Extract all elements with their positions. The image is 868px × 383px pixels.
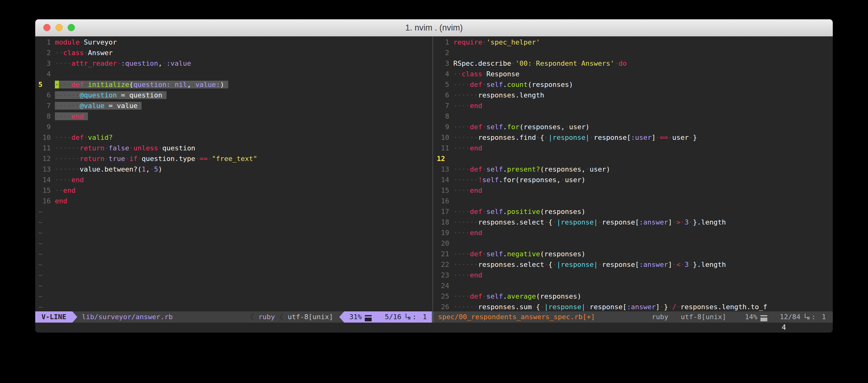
code-line: 12 xyxy=(434,153,833,164)
cursor-column-left: 1 xyxy=(423,311,427,323)
cursor-column-right: 1 xyxy=(822,311,826,323)
scroll-percent-left: 31% xyxy=(349,311,362,323)
title-bar[interactable]: 1. nvim . (nvim) xyxy=(35,19,833,36)
line-number: 13 xyxy=(437,164,449,175)
empty-buffer-line: ~ xyxy=(35,270,432,281)
command-line[interactable]: 4 xyxy=(35,323,833,333)
terminal-window: 1. nvim . (nvim) 1module·Surveyor2··clas… xyxy=(35,19,833,333)
code-line: 3RSpec.describe·'00:·Respondent·Answers'… xyxy=(434,58,833,69)
scroll-percent-right: 14% xyxy=(745,311,757,323)
line-number: 6 xyxy=(437,90,449,101)
code-line: 13······value.between?(1,·5) xyxy=(35,164,432,175)
code-line: 7····end xyxy=(434,101,833,111)
current-line-number: 5 xyxy=(38,79,51,90)
line-number: 26 xyxy=(437,302,449,311)
pending-command-count: 4 xyxy=(782,323,786,332)
current-line-number: 12 xyxy=(437,153,449,164)
line-number-icon: LN xyxy=(804,311,809,323)
code-line: 1module·Surveyor xyxy=(35,37,432,48)
separator-line xyxy=(432,36,433,311)
code-line: 17····def·self.positive(responses) xyxy=(434,206,833,217)
mode-indicator: V-LINE xyxy=(35,311,72,323)
powerline-arrow-left-icon xyxy=(339,311,344,323)
powerline-arrow-right-icon xyxy=(72,311,77,323)
filetype-right: ruby xyxy=(652,311,669,323)
filename-left: lib/surveyor/answer.rb xyxy=(77,311,245,323)
close-button[interactable] xyxy=(43,24,51,31)
empty-buffer-line: ~ xyxy=(35,281,432,291)
code-line: 26······responses.sum·{·|response|·respo… xyxy=(434,302,833,311)
code-line: 8 xyxy=(434,111,833,122)
line-number: 16 xyxy=(437,196,449,206)
statusline-left-active: V-LINE lib/surveyor/answer.rb ruby utf-8… xyxy=(35,311,432,323)
code-line: 4··class·Response xyxy=(434,69,833,79)
code-line: 4 xyxy=(35,69,432,79)
chevron-left-icon xyxy=(250,312,254,322)
window-title: 1. nvim . (nvim) xyxy=(35,19,833,36)
code-line: 10····def·valid? xyxy=(35,132,432,143)
code-line: 15····end xyxy=(434,185,833,196)
code-line: 25····def·self.average(responses) xyxy=(434,291,833,302)
code-line: 24 xyxy=(434,281,833,291)
code-area-right[interactable]: 1require·'spec_helper'23RSpec.describe·'… xyxy=(434,36,833,311)
code-line: 21····def·self.negative(responses) xyxy=(434,249,833,259)
line-number: 23 xyxy=(437,270,449,281)
editor-pane-right[interactable]: 1require·'spec_helper'23RSpec.describe·'… xyxy=(434,36,833,323)
empty-buffer-line: ~ xyxy=(35,206,432,217)
line-number: 15 xyxy=(38,185,51,196)
statusline-right-inactive: spec/00_respondents_answers_spec.rb[+] r… xyxy=(434,311,833,323)
line-number: 9 xyxy=(437,122,449,132)
code-line: 6······responses.length xyxy=(434,90,833,101)
code-line: 10······responses.find·{·|response|·resp… xyxy=(434,132,833,143)
line-number: 14 xyxy=(437,175,449,185)
ruler-left: 31% 5/16 LN : 1 xyxy=(344,311,432,323)
line-number: 25 xyxy=(437,291,449,302)
code-line: 9 xyxy=(35,122,432,132)
line-number: 19 xyxy=(437,228,449,238)
line-number: 21 xyxy=(437,249,449,259)
line-number: 4 xyxy=(38,69,51,79)
line-number: 7 xyxy=(437,101,449,111)
line-number: 6 xyxy=(38,90,51,101)
ruler-colon: : xyxy=(812,311,816,323)
line-number: 4 xyxy=(437,69,449,79)
line-number-icon: LN xyxy=(405,311,410,323)
line-number: 10 xyxy=(437,132,449,143)
code-line: 14······!self.for(responses,·user) xyxy=(434,175,833,185)
zoom-button[interactable] xyxy=(68,24,75,31)
empty-buffer-line: ~ xyxy=(35,302,432,311)
line-number: 5 xyxy=(437,79,449,90)
cursor-position-right: 12/84 xyxy=(780,311,800,323)
code-line: 11······return·false·unless·question xyxy=(35,143,432,153)
line-number: 17 xyxy=(437,206,449,217)
code-line: 16 xyxy=(434,196,833,206)
code-line: 23····end xyxy=(434,270,833,281)
minimize-button[interactable] xyxy=(56,24,63,31)
code-line: 13····def·self.present?(responses,·user) xyxy=(434,164,833,175)
line-number: 9 xyxy=(38,122,51,132)
line-number: 1 xyxy=(437,37,449,48)
code-line: 5····def·initialize(question:·nil,·value… xyxy=(35,79,432,90)
code-line: 2 xyxy=(434,48,833,58)
line-number: 11 xyxy=(437,143,449,153)
line-number: 11 xyxy=(38,143,51,153)
code-line: 3····attr_reader·:question,·:value xyxy=(35,58,432,69)
line-number: 16 xyxy=(38,196,51,206)
line-number: 2 xyxy=(38,48,51,58)
empty-buffer-line: ~ xyxy=(35,291,432,302)
editor-pane-left[interactable]: 1module·Surveyor2··class·Answer3····attr… xyxy=(35,36,432,323)
code-line: 1require·'spec_helper' xyxy=(434,37,833,48)
empty-buffer-line: ~ xyxy=(35,228,432,238)
line-number: 2 xyxy=(437,48,449,58)
line-number: 20 xyxy=(437,238,449,249)
code-area-left[interactable]: 1module·Surveyor2··class·Answer3····attr… xyxy=(35,36,432,311)
lines-icon xyxy=(365,315,372,318)
line-number: 15 xyxy=(437,185,449,196)
cursor-block: · xyxy=(55,81,59,89)
window-split-separator[interactable] xyxy=(432,36,434,323)
code-line: 15··end xyxy=(35,185,432,196)
empty-buffer-line: ~ xyxy=(35,259,432,270)
code-line: 9····def·self.for(responses,·user) xyxy=(434,122,833,132)
code-line: 8····end xyxy=(35,111,432,122)
line-number: 3 xyxy=(437,58,449,69)
